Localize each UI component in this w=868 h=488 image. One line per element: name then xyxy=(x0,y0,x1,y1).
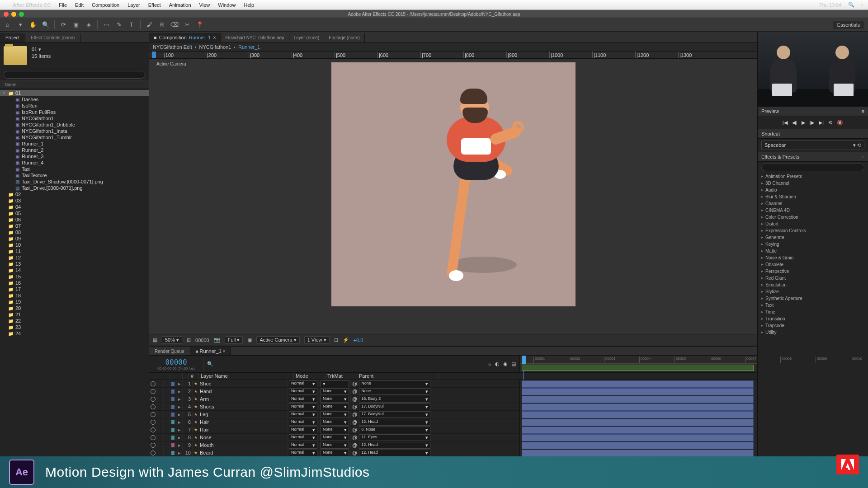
visibility-toggle[interactable] xyxy=(149,380,157,387)
zoom-tool[interactable]: 🔍 xyxy=(42,21,50,29)
layer-track[interactable] xyxy=(522,427,754,434)
search-icon[interactable]: 🔍 xyxy=(207,361,213,367)
project-item[interactable]: ▣IsoRun FullRes xyxy=(0,109,149,115)
project-item[interactable]: ▣Runner_4 xyxy=(0,160,149,166)
effects-category[interactable]: Text xyxy=(758,302,868,309)
effects-category[interactable]: Generate xyxy=(758,234,868,241)
app-name[interactable]: After Effects CC xyxy=(13,2,51,8)
parent-dropdown[interactable]: 17. BodyNull▾ xyxy=(359,404,430,410)
project-item[interactable]: ▣Taxi xyxy=(0,166,149,172)
trkmat-dropdown[interactable]: None▾ xyxy=(321,442,349,449)
visibility-toggle[interactable] xyxy=(149,426,157,433)
project-item[interactable]: ▣NYCGifathon1_Dribbble xyxy=(0,122,149,128)
project-item[interactable]: 📁06 xyxy=(0,216,149,223)
trkmat-dropdown[interactable]: None▾ xyxy=(321,434,349,441)
zoom-dropdown[interactable]: 50% ▾ xyxy=(162,336,182,344)
ruler-playhead[interactable] xyxy=(152,52,156,59)
menu-effect[interactable]: Effect xyxy=(148,2,161,8)
effects-category[interactable]: Obsolete xyxy=(758,261,868,268)
prev-frame-button[interactable]: ◀| xyxy=(792,120,797,126)
time-ruler[interactable]: 0000100002000030000400005000060000700008… xyxy=(520,356,757,372)
project-item[interactable]: 📁12 xyxy=(0,254,149,261)
play-button[interactable]: ▶ xyxy=(802,120,805,126)
tab-project[interactable]: Project xyxy=(0,33,25,42)
pickwhip-icon[interactable]: @ xyxy=(352,389,357,394)
trkmat-dropdown[interactable]: None▾ xyxy=(321,419,349,426)
project-item[interactable]: 📁08 xyxy=(0,229,149,235)
project-item[interactable]: ▾📁01 xyxy=(0,90,149,96)
project-item[interactable]: 📁23 xyxy=(0,324,149,330)
layer-row[interactable]: ▸ 8 ★Nose Normal▾ None▾ @11. Eyes▾ xyxy=(149,434,519,441)
home-icon[interactable]: ⌂ xyxy=(4,21,12,29)
menu-composition[interactable]: Composition xyxy=(92,2,119,8)
project-item[interactable]: 📁04 xyxy=(0,204,149,210)
trkmat-dropdown[interactable]: None▾ xyxy=(321,396,349,403)
effects-category[interactable]: Animation Presets xyxy=(758,173,868,180)
layer-row[interactable]: ▸ 4 ★Shorts Normal▾ None▾ @17. BodyNull▾ xyxy=(149,403,519,411)
layer-row[interactable]: ▸ 5 ★Leg Normal▾ None▾ @17. BodyNull▾ xyxy=(149,411,519,418)
parent-dropdown[interactable]: 12. Head▾ xyxy=(359,419,430,426)
layer-row[interactable]: ▸ 9 ★Mouth Normal▾ None▾ @12. Head▾ xyxy=(149,441,519,449)
layer-track[interactable] xyxy=(522,396,754,403)
effects-presets-header[interactable]: Effects & Presets≡ xyxy=(758,152,868,162)
pixel-aspect-icon[interactable]: ⊡ xyxy=(334,337,338,343)
menu-view[interactable]: View xyxy=(199,2,210,8)
effects-category[interactable]: Distort xyxy=(758,221,868,227)
layer-track[interactable] xyxy=(522,404,754,411)
project-item[interactable]: ▣Runner_2 xyxy=(0,147,149,153)
project-item[interactable]: ▤Taxi_Drive_Shadow.[0000-0071].png xyxy=(0,178,149,185)
project-item[interactable]: 📁02 xyxy=(0,191,149,197)
spotlight-icon[interactable]: 🔍 xyxy=(848,2,854,8)
layer-track[interactable] xyxy=(522,450,754,456)
frame-blend-icon[interactable]: ◐ xyxy=(495,361,500,367)
first-frame-button[interactable]: |◀ xyxy=(783,120,788,126)
res-dropdown[interactable]: Full ▾ xyxy=(225,336,243,344)
menu-help[interactable]: Help xyxy=(244,2,254,8)
exposure-value[interactable]: +0.0 xyxy=(354,338,363,343)
effects-category[interactable]: Expression Controls xyxy=(758,227,868,234)
layer-row[interactable]: ▸ 1 ★Shoe Normal▾ ▾ @None▾ xyxy=(149,380,519,388)
tab-footage[interactable]: Footage (none) xyxy=(324,33,364,42)
project-item[interactable]: ▣NYCGifathon1 xyxy=(0,115,149,122)
pickwhip-icon[interactable]: @ xyxy=(352,396,357,402)
effects-category[interactable]: Noise & Grain xyxy=(758,254,868,261)
col-name[interactable]: Name xyxy=(0,81,149,89)
menu-animation[interactable]: Animation xyxy=(169,2,191,8)
pickwhip-icon[interactable]: @ xyxy=(352,419,357,425)
pickwhip-icon[interactable]: @ xyxy=(352,404,357,409)
mac-menubar[interactable]: After Effects CC FileEditCompositionLaye… xyxy=(0,0,868,10)
mode-dropdown[interactable]: Normal▾ xyxy=(289,404,317,410)
comp-breadcrumb[interactable]: NYCGifathon Edit‹ NYCGifathon1‹ Runner_1 xyxy=(149,42,757,52)
parent-dropdown[interactable]: 16. Body 2▾ xyxy=(359,396,430,403)
effects-category[interactable]: Time xyxy=(758,309,868,315)
timeline-playhead[interactable] xyxy=(522,356,526,364)
pickwhip-icon[interactable]: @ xyxy=(352,450,357,455)
effects-category[interactable]: Utility xyxy=(758,329,868,336)
visibility-toggle[interactable] xyxy=(149,403,157,410)
project-item[interactable]: 📁07 xyxy=(0,223,149,229)
effects-category[interactable]: Red Giant xyxy=(758,275,868,282)
trkmat-dropdown[interactable]: None▾ xyxy=(321,427,349,433)
graph-editor-icon[interactable]: ▤ xyxy=(511,361,516,367)
next-frame-button[interactable]: |▶ xyxy=(810,120,815,126)
project-search-input[interactable] xyxy=(4,71,145,79)
layer-row[interactable]: ▸ 6 ★Hair Normal▾ None▾ @12. Head▾ xyxy=(149,418,519,426)
shape-tool[interactable]: ▭ xyxy=(102,21,110,29)
tab-render-queue[interactable]: Render Queue xyxy=(149,347,190,355)
effects-category[interactable]: Stylize xyxy=(758,288,868,295)
project-item[interactable]: 📁21 xyxy=(0,311,149,318)
mode-dropdown[interactable]: Normal▾ xyxy=(289,434,317,441)
track-area[interactable] xyxy=(520,380,757,456)
text-tool[interactable]: T xyxy=(127,21,136,29)
parent-dropdown[interactable]: None▾ xyxy=(359,388,430,395)
layer-row[interactable]: ▸ 10 ★Beard Normal▾ None▾ @12. Head▾ xyxy=(149,449,519,456)
project-item[interactable]: 📁10 xyxy=(0,242,149,248)
motion-blur-icon[interactable]: ◉ xyxy=(503,361,508,367)
preview-panel-header[interactable]: Preview≡ xyxy=(758,106,868,116)
effects-category[interactable]: Matte xyxy=(758,248,868,254)
layer-track[interactable] xyxy=(522,388,754,395)
hand-tool[interactable]: ✋ xyxy=(29,21,37,29)
layer-track[interactable] xyxy=(522,442,754,449)
brush-tool[interactable]: 🖌 xyxy=(145,21,153,29)
parent-dropdown[interactable]: 12. Head▾ xyxy=(359,450,430,456)
